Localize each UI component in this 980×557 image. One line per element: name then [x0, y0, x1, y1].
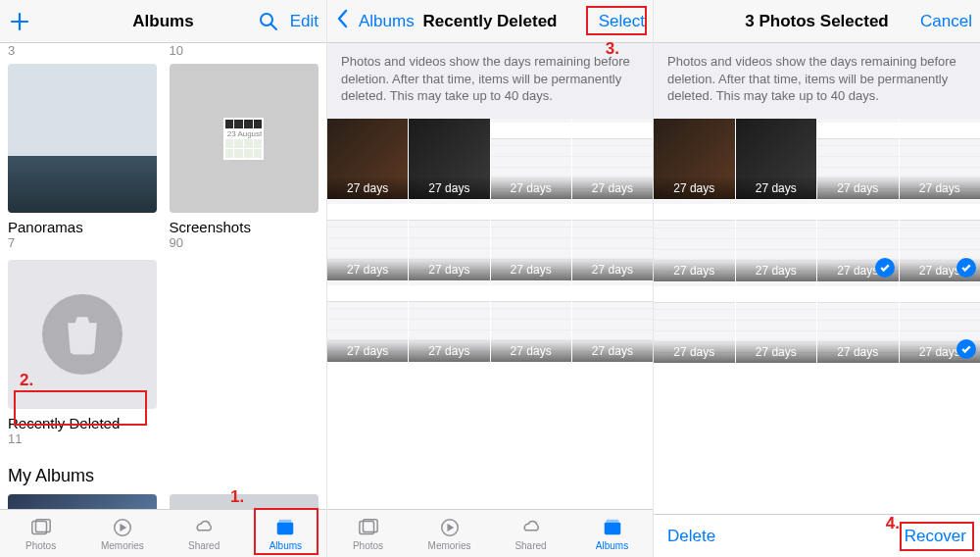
- photo-cell[interactable]: 27 days: [817, 119, 899, 200]
- tab-photos[interactable]: Photos: [327, 510, 409, 557]
- svg-point-0: [261, 14, 272, 25]
- days-label: 27 days: [409, 338, 489, 362]
- section-my-albums: My Albums: [8, 466, 318, 486]
- album-name: Screenshots: [170, 219, 319, 235]
- album-date: 23 August: [225, 129, 263, 138]
- edit-button[interactable]: Edit: [290, 12, 318, 31]
- days-label: 27 days: [327, 176, 408, 199]
- photo-cell[interactable]: 27 days: [900, 200, 981, 281]
- album-thumb[interactable]: [170, 494, 318, 509]
- days-label: 27 days: [491, 338, 571, 362]
- days-label: 27 days: [572, 257, 653, 280]
- add-album-button[interactable]: [8, 10, 31, 33]
- tab-label: Shared: [188, 540, 220, 551]
- recover-button[interactable]: Recover: [905, 527, 966, 546]
- photo-cell[interactable]: 27 days: [327, 281, 408, 362]
- photo-cell[interactable]: 27 days: [491, 281, 571, 362]
- photo-cell[interactable]: 27 days: [654, 200, 735, 281]
- album-count: 7: [8, 235, 158, 250]
- trash-icon: [42, 294, 122, 375]
- days-label: 27 days: [491, 176, 571, 199]
- photo-cell[interactable]: 27 days: [327, 119, 408, 199]
- tab-label: Photos: [353, 540, 383, 551]
- select-button[interactable]: Select: [599, 12, 645, 31]
- check-icon: [956, 339, 976, 359]
- cancel-button[interactable]: Cancel: [920, 12, 972, 31]
- tab-label: Memories: [101, 540, 144, 551]
- photo-cell[interactable]: 27 days: [654, 119, 735, 200]
- photo-cell[interactable]: 27 days: [572, 200, 653, 280]
- tab-albums[interactable]: Albums: [245, 510, 326, 557]
- svg-rect-4: [277, 522, 294, 534]
- photo-cell[interactable]: 27 days: [409, 281, 489, 362]
- days-label: 27 days: [817, 339, 899, 363]
- photo-cell[interactable]: 27 days: [491, 119, 571, 199]
- tab-label: Photos: [25, 540, 56, 551]
- albums-body: 3 Panoramas 7 10 23 August Screenshots 9…: [0, 43, 326, 509]
- nav-bar: Albums Recently Deleted Select: [327, 0, 653, 43]
- tab-memories[interactable]: Memories: [81, 510, 163, 557]
- albums-screen: Albums Edit 3 Panoramas 7 10 23 August: [0, 0, 327, 557]
- selection-screen: 3 Photos Selected Cancel Photos and vide…: [654, 0, 980, 557]
- svg-rect-5: [279, 519, 292, 522]
- check-icon: [956, 258, 976, 278]
- album-thumb-recently-deleted[interactable]: [8, 260, 157, 409]
- photo-cell[interactable]: 27 days: [736, 200, 817, 281]
- album-thumb[interactable]: [8, 494, 157, 509]
- days-label: 27 days: [900, 176, 981, 199]
- tab-memories[interactable]: Memories: [409, 510, 490, 557]
- photo-cell[interactable]: 27 days: [572, 119, 653, 199]
- nav-bar: 3 Photos Selected Cancel: [654, 0, 980, 43]
- photo-cell[interactable]: 27 days: [654, 282, 735, 364]
- days-label: 27 days: [654, 258, 735, 281]
- photo-cell[interactable]: 27 days: [900, 282, 981, 364]
- check-icon: [875, 258, 895, 278]
- recently-deleted-screen: Albums Recently Deleted Select Photos an…: [327, 0, 654, 557]
- days-label: 27 days: [491, 257, 571, 280]
- days-label: 27 days: [654, 339, 735, 363]
- photo-cell[interactable]: 27 days: [409, 119, 489, 199]
- delete-button[interactable]: Delete: [667, 527, 715, 546]
- tab-albums[interactable]: Albums: [571, 510, 653, 557]
- days-label: 27 days: [654, 176, 735, 199]
- search-icon[interactable]: [257, 10, 280, 33]
- photo-cell[interactable]: 27 days: [736, 119, 817, 200]
- photo-cell[interactable]: 27 days: [736, 282, 817, 364]
- days-label: 27 days: [327, 257, 408, 280]
- photo-cell[interactable]: 27 days: [817, 282, 899, 364]
- photo-grid: 27 days27 days27 days27 days27 days27 da…: [327, 119, 653, 363]
- days-label: 27 days: [572, 176, 653, 199]
- days-label: 27 days: [817, 176, 899, 199]
- tab-label: Albums: [596, 540, 628, 551]
- action-toolbar: Delete Recover: [654, 514, 980, 557]
- svg-rect-10: [606, 519, 618, 522]
- days-label: 27 days: [572, 338, 653, 362]
- tab-bar: Photos Memories Shared Albums: [0, 509, 326, 557]
- svg-rect-9: [604, 522, 620, 534]
- days-label: 27 days: [327, 338, 408, 362]
- photo-cell[interactable]: 27 days: [409, 200, 489, 280]
- photo-cell[interactable]: 27 days: [900, 119, 981, 200]
- tab-shared[interactable]: Shared: [490, 510, 571, 557]
- album-thumb-screenshots[interactable]: 23 August: [170, 64, 318, 213]
- album-count: 90: [170, 235, 319, 250]
- tab-bar: Photos Memories Shared Albums: [327, 509, 653, 557]
- album-name: Recently Deleted: [8, 415, 318, 431]
- photo-cell[interactable]: 27 days: [327, 200, 408, 280]
- nav-bar: Albums Edit: [0, 0, 326, 43]
- tab-label: Memories: [428, 540, 471, 551]
- back-button[interactable]: Albums: [359, 12, 415, 31]
- tab-label: Shared: [514, 540, 546, 551]
- album-count: 3: [8, 43, 158, 58]
- photo-grid: 27 days27 days27 days27 days27 days27 da…: [654, 119, 980, 364]
- photo-cell[interactable]: 27 days: [491, 200, 571, 280]
- photo-cell[interactable]: 27 days: [572, 281, 653, 362]
- chevron-left-icon[interactable]: [335, 9, 349, 33]
- tab-photos[interactable]: Photos: [0, 510, 81, 557]
- album-count: 11: [8, 431, 318, 446]
- days-label: 27 days: [736, 258, 817, 281]
- album-thumb-panoramas[interactable]: [8, 64, 157, 213]
- photo-cell[interactable]: 27 days: [817, 200, 899, 281]
- days-label: 27 days: [409, 176, 489, 199]
- tab-shared[interactable]: Shared: [164, 510, 245, 557]
